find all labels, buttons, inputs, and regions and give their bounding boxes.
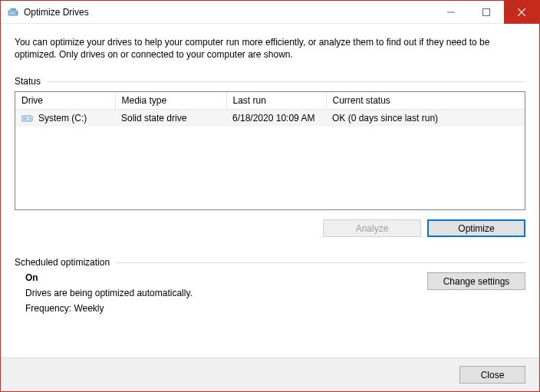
frequency-label: Frequency:: [25, 303, 71, 314]
divider: [116, 262, 525, 263]
titlebar[interactable]: Optimize Drives: [1, 1, 539, 24]
drive-icon: [21, 114, 34, 123]
scheduled-description: Drives are being optimized automatically…: [25, 288, 412, 298]
drive-name: System (C:): [38, 113, 87, 124]
column-header-lastrun[interactable]: Last run: [226, 92, 326, 110]
drive-lastrun: 6/18/2020 10:09 AM: [226, 110, 326, 127]
optimize-drives-window: Optimize Drives You can optimize your dr…: [0, 0, 540, 392]
svg-point-1: [15, 12, 17, 14]
column-header-drive[interactable]: Drive: [15, 92, 115, 110]
change-settings-button[interactable]: Change settings: [427, 272, 525, 290]
scheduled-frequency: Frequency: Weekly: [25, 303, 412, 314]
content-area: You can optimize your drives to help you…: [1, 24, 539, 357]
scheduled-row: On Drives are being optimized automatica…: [15, 272, 525, 314]
column-header-media[interactable]: Media type: [115, 92, 226, 110]
drive-media: Solid state drive: [115, 110, 226, 127]
maximize-button[interactable]: [469, 1, 504, 24]
optimize-button[interactable]: Optimize: [427, 219, 525, 237]
status-label-text: Status: [15, 76, 41, 87]
action-row: Analyze Optimize: [15, 219, 525, 237]
svg-rect-3: [483, 9, 490, 16]
column-header-status[interactable]: Current status: [326, 92, 525, 110]
analyze-button: Analyze: [323, 219, 421, 237]
table-header-row: Drive Media type Last run Current status: [15, 92, 525, 110]
scheduled-state: On: [25, 272, 412, 283]
frequency-value: Weekly: [74, 303, 104, 314]
drive-status: OK (0 days since last run): [326, 110, 525, 127]
footer: Close: [1, 357, 539, 391]
table-row[interactable]: System (C:) Solid state drive 6/18/2020 …: [15, 110, 525, 127]
drives-table[interactable]: Drive Media type Last run Current status: [15, 92, 525, 127]
minimize-button[interactable]: [433, 1, 469, 24]
divider: [47, 81, 525, 82]
intro-text: You can optimize your drives to help you…: [15, 36, 525, 61]
svg-point-7: [29, 118, 31, 120]
close-window-button[interactable]: [504, 1, 539, 24]
scheduled-info: On Drives are being optimized automatica…: [15, 272, 412, 314]
app-icon: [7, 6, 19, 18]
scheduled-label-text: Scheduled optimization: [15, 257, 110, 268]
window-title: Optimize Drives: [24, 7, 433, 18]
drives-table-container: Drive Media type Last run Current status: [15, 91, 525, 210]
svg-rect-8: [23, 117, 27, 120]
close-button[interactable]: Close: [459, 366, 525, 384]
scheduled-section-label: Scheduled optimization: [15, 257, 525, 268]
window-controls: [433, 1, 539, 23]
status-section-label: Status: [15, 76, 525, 87]
